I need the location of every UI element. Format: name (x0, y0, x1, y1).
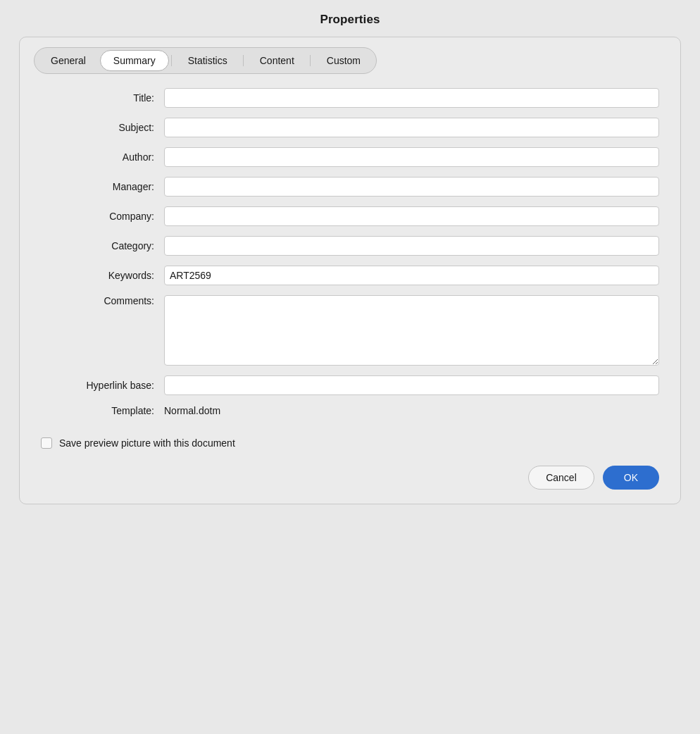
tab-summary[interactable]: Summary (100, 50, 169, 71)
subject-row: Subject: (41, 118, 659, 137)
hyperlink-row: Hyperlink base: (41, 375, 659, 395)
button-row: Cancel OK (20, 449, 680, 490)
author-label: Author: (41, 151, 164, 163)
comments-label: Comments: (41, 295, 164, 306)
company-input[interactable] (164, 206, 659, 226)
preview-checkbox-label: Save preview picture with this document (59, 437, 235, 449)
comments-row: Comments: (41, 295, 659, 366)
author-input[interactable] (164, 147, 659, 167)
template-label: Template: (41, 405, 164, 416)
tab-statistics[interactable]: Statistics (175, 50, 241, 71)
cancel-button[interactable]: Cancel (528, 466, 594, 490)
keywords-label: Keywords: (41, 270, 164, 281)
manager-label: Manager: (41, 181, 164, 192)
comments-textarea[interactable] (164, 295, 659, 366)
dialog-container: General Summary Statistics Content Custo… (19, 37, 681, 504)
manager-input[interactable] (164, 177, 659, 197)
hyperlink-label: Hyperlink base: (41, 380, 164, 391)
dialog-title: Properties (0, 13, 700, 27)
tabs-group: General Summary Statistics Content Custo… (34, 47, 377, 74)
template-row: Template: Normal.dotm (41, 405, 659, 416)
tab-content[interactable]: Content (246, 50, 308, 71)
subject-label: Subject: (41, 122, 164, 133)
preview-checkbox[interactable] (41, 437, 52, 449)
ok-button[interactable]: OK (603, 466, 659, 490)
tab-separator-3 (310, 55, 311, 66)
company-label: Company: (41, 211, 164, 222)
keywords-input[interactable] (164, 266, 659, 285)
company-row: Company: (41, 206, 659, 226)
tabs-bar: General Summary Statistics Content Custo… (20, 37, 680, 74)
form-area: Title: Subject: Author: Manager: Company… (20, 88, 680, 426)
tab-general[interactable]: General (37, 50, 99, 71)
keywords-row: Keywords: (41, 266, 659, 285)
hyperlink-input[interactable] (164, 375, 659, 395)
title-label: Title: (41, 92, 164, 104)
title-input[interactable] (164, 88, 659, 108)
checkbox-row: Save preview picture with this document (41, 437, 680, 449)
tab-custom[interactable]: Custom (313, 50, 374, 71)
category-row: Category: (41, 236, 659, 256)
template-value: Normal.dotm (164, 405, 220, 416)
tab-separator-1 (171, 55, 172, 66)
title-row: Title: (41, 88, 659, 108)
manager-row: Manager: (41, 177, 659, 197)
tab-separator-2 (243, 55, 244, 66)
subject-input[interactable] (164, 118, 659, 137)
category-input[interactable] (164, 236, 659, 256)
author-row: Author: (41, 147, 659, 167)
category-label: Category: (41, 240, 164, 251)
